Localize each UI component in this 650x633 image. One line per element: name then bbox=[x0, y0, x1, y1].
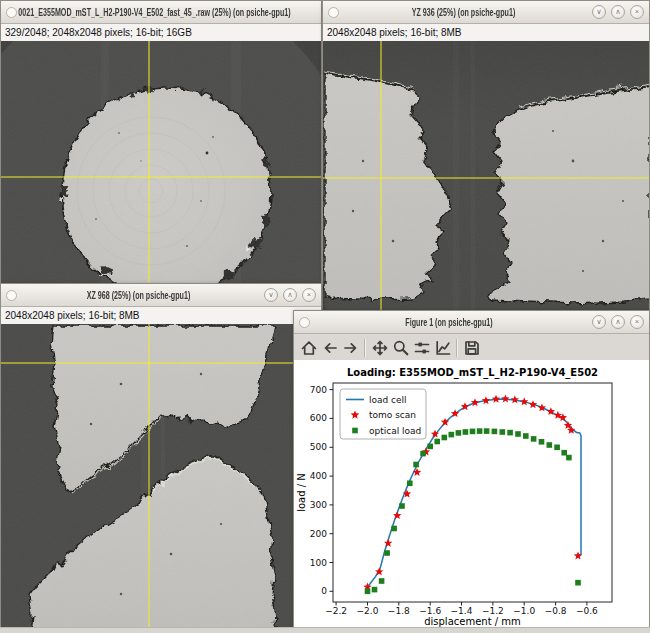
legend: load celltomo scanoptical load bbox=[340, 389, 426, 439]
close-icon: × bbox=[635, 317, 639, 326]
toolbar-back-button[interactable] bbox=[319, 339, 340, 357]
x-tick-label: −1.4 bbox=[451, 606, 473, 616]
window-shade-button[interactable]: ∨ bbox=[592, 315, 606, 329]
x-tick-label: −0.6 bbox=[576, 606, 598, 616]
unshade-icon: ∧ bbox=[615, 317, 621, 326]
screen-bottom-edge bbox=[0, 627, 650, 633]
toolbar-separator bbox=[364, 339, 366, 357]
x-tick-label: −1.6 bbox=[419, 606, 441, 616]
x-tick-label: −2.2 bbox=[325, 606, 347, 616]
window-shade-button[interactable]: ∨ bbox=[592, 5, 606, 19]
image-info-bar: 329/2048; 2048x2048 pixels; 16-bit; 16GB bbox=[1, 24, 321, 42]
window-unshade-button[interactable]: ∧ bbox=[611, 315, 625, 329]
close-icon: × bbox=[307, 290, 311, 299]
titlebar-xz[interactable]: XZ 968 (25%) (on psiche-gpu1) ∨∧× bbox=[1, 284, 321, 307]
y-tick-label: 500 bbox=[310, 442, 327, 452]
window-tomo-yz: YZ 936 (25%) (on psiche-gpu1) ∨∧× 2048x2… bbox=[322, 0, 650, 318]
subplots-icon bbox=[413, 339, 431, 357]
x-tick-label: −1.8 bbox=[388, 606, 410, 616]
plot-title: Loading: E355MOD_mST_L_H2-P190-V4_E502 bbox=[347, 367, 598, 379]
tomo-xy-image[interactable] bbox=[1, 41, 321, 295]
y-axis-label: load / N bbox=[296, 473, 307, 512]
pan-icon bbox=[371, 339, 389, 357]
zoom-icon bbox=[392, 339, 410, 357]
toolbar-forward-button[interactable] bbox=[340, 339, 361, 357]
x-axis-label: displacement / mm bbox=[424, 616, 521, 627]
window-title: 0021_E355MOD_mST_L_H2-P190-V4_E502_fast_… bbox=[17, 6, 291, 18]
window-menu-icon[interactable] bbox=[6, 290, 17, 301]
window-title: XZ 968 (25%) (on psiche-gpu1) bbox=[56, 289, 221, 301]
window-close-button[interactable]: × bbox=[630, 315, 644, 329]
home-icon bbox=[300, 339, 318, 357]
y-tick-label: 600 bbox=[310, 413, 327, 423]
tomo-yz-image[interactable] bbox=[323, 41, 649, 317]
toolbar-zoom-button[interactable] bbox=[390, 339, 411, 357]
window-tomo-xy: 0021_E355MOD_mST_L_H2-P190-V4_E502_fast_… bbox=[0, 0, 322, 296]
toolbar-home-button[interactable] bbox=[298, 339, 319, 357]
forward-icon bbox=[342, 339, 360, 357]
toolbar-subplots-button[interactable] bbox=[411, 339, 432, 357]
toolbar-separator bbox=[456, 339, 458, 357]
unshade-icon: ∧ bbox=[615, 7, 621, 16]
x-tick-label: −2.0 bbox=[357, 606, 379, 616]
window-close-button[interactable]: × bbox=[302, 288, 316, 302]
toolbar-customize-button[interactable] bbox=[432, 339, 453, 357]
shade-icon: ∨ bbox=[268, 290, 274, 299]
close-icon: × bbox=[635, 7, 639, 16]
window-title: Figure 1 (on psiche-gpu1) bbox=[354, 316, 543, 328]
toolbar-pan-button[interactable] bbox=[369, 339, 390, 357]
x-tick-label: −1.2 bbox=[482, 606, 504, 616]
shade-icon: ∨ bbox=[596, 317, 602, 326]
figure-canvas[interactable]: −2.2−2.0−1.8−1.6−1.4−1.2−1.0−0.8−0.60100… bbox=[294, 360, 649, 633]
shade-icon: ∨ bbox=[596, 7, 602, 16]
figure-toolbar bbox=[294, 334, 649, 362]
tomo-xz-image[interactable] bbox=[1, 324, 321, 632]
legend-label: optical load bbox=[369, 426, 421, 436]
titlebar-figure[interactable]: Figure 1 (on psiche-gpu1) ∨∧× bbox=[294, 311, 649, 334]
window-unshade-button[interactable]: ∧ bbox=[283, 288, 297, 302]
legend-label: tomo scan bbox=[369, 410, 416, 420]
titlebar-xy[interactable]: 0021_E355MOD_mST_L_H2-P190-V4_E502_fast_… bbox=[1, 1, 321, 24]
window-unshade-button[interactable]: ∧ bbox=[611, 5, 625, 19]
window-title: YZ 936 (25%) (on psiche-gpu1) bbox=[379, 6, 548, 18]
y-tick-label: 0 bbox=[321, 586, 327, 596]
y-tick-label: 100 bbox=[310, 558, 327, 568]
y-tick-label: 300 bbox=[310, 500, 327, 510]
titlebar-yz[interactable]: YZ 936 (25%) (on psiche-gpu1) ∨∧× bbox=[323, 1, 649, 24]
back-icon bbox=[321, 339, 339, 357]
y-tick-label: 400 bbox=[310, 471, 327, 481]
image-info-bar: 2048x2048 pixels; 16-bit; 8MB bbox=[1, 307, 321, 325]
window-close-button[interactable]: × bbox=[630, 5, 644, 19]
save-icon bbox=[463, 339, 481, 357]
x-tick-label: −1.0 bbox=[513, 606, 535, 616]
window-menu-icon[interactable] bbox=[328, 7, 339, 18]
window-shade-button[interactable]: ∨ bbox=[264, 288, 278, 302]
window-tomo-xz: XZ 968 (25%) (on psiche-gpu1) ∨∧× 2048x2… bbox=[0, 283, 322, 633]
image-info-bar: 2048x2048 pixels; 16-bit; 8MB bbox=[323, 24, 649, 42]
customize-icon bbox=[434, 339, 452, 357]
window-figure: Figure 1 (on psiche-gpu1) ∨∧× −2.2−2.0−1… bbox=[293, 310, 650, 633]
unshade-icon: ∧ bbox=[287, 290, 293, 299]
x-tick-label: −0.8 bbox=[545, 606, 567, 616]
window-menu-icon[interactable] bbox=[299, 317, 310, 328]
y-tick-label: 200 bbox=[310, 529, 327, 539]
window-menu-icon[interactable] bbox=[6, 7, 17, 18]
legend-label: load cell bbox=[369, 395, 407, 405]
toolbar-save-button[interactable] bbox=[461, 339, 482, 357]
y-tick-label: 700 bbox=[310, 385, 327, 395]
